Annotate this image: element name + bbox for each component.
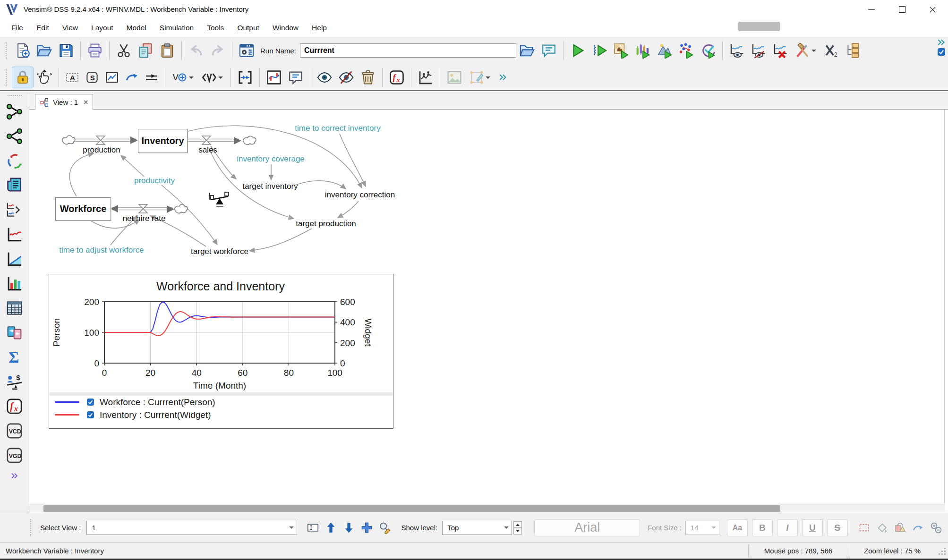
- shadow-merge-button[interactable]: [234, 67, 256, 88]
- sidebar-equation-button[interactable]: fx: [1, 394, 28, 418]
- show-level-combo[interactable]: Top: [442, 521, 512, 535]
- run-game-button[interactable]: [610, 40, 632, 61]
- move-view-up-button[interactable]: [322, 519, 340, 537]
- label-target-inventory[interactable]: target inventory: [242, 182, 298, 191]
- run-name-input[interactable]: [300, 43, 516, 58]
- copy-button[interactable]: [135, 40, 156, 61]
- variable-tool-button[interactable]: A: [62, 68, 82, 87]
- io-object-button[interactable]: [263, 67, 285, 88]
- delete-graphs-button[interactable]: [769, 40, 791, 61]
- run-notes-button[interactable]: [538, 40, 560, 61]
- sketch-canvas[interactable]: Inventory Workforce production sales net…: [29, 110, 945, 503]
- bond-balance-button[interactable]: $: [1, 369, 28, 394]
- rate-tool-button[interactable]: [142, 68, 162, 87]
- bar-graph-button[interactable]: [1, 271, 28, 296]
- paste-button[interactable]: [156, 40, 178, 61]
- menu-output[interactable]: Output: [231, 24, 266, 32]
- lock-tool-button[interactable]: [12, 67, 34, 88]
- graph-button[interactable]: [1, 222, 28, 246]
- optimize-button[interactable]: [654, 40, 675, 61]
- merge-variable-button[interactable]: V: [169, 67, 198, 88]
- legend-checkbox[interactable]: [86, 410, 95, 419]
- link-target-inventory-correction[interactable]: [295, 181, 346, 189]
- workforce-inventory-chart[interactable]: Workforce and Inventory020406080100Time …: [49, 274, 393, 429]
- loops-button[interactable]: [1, 148, 28, 173]
- runs-compare-button[interactable]: [1, 320, 28, 345]
- link-time-to-correct-inventory-correction[interactable]: [340, 134, 366, 187]
- simulation-setup-button[interactable]: [236, 40, 257, 61]
- menu-simulation[interactable]: Simulation: [153, 24, 200, 32]
- table-button[interactable]: [1, 296, 28, 320]
- causes-strip-button[interactable]: [1, 197, 28, 222]
- zoom-buttons[interactable]: [927, 519, 945, 537]
- x2-button[interactable]: 2: [820, 40, 842, 61]
- comment-button[interactable]: [285, 67, 307, 88]
- link-correction-target-production[interactable]: [338, 201, 359, 218]
- menu-tools[interactable]: Tools: [200, 24, 231, 32]
- label-inventory-correction[interactable]: inventory correction: [325, 190, 395, 200]
- label-production[interactable]: production: [83, 145, 120, 155]
- box-variable-button[interactable]: [102, 68, 122, 87]
- statistics-button[interactable]: Σ: [1, 345, 28, 369]
- new-model-button[interactable]: [12, 40, 34, 61]
- tools-menu-button[interactable]: [791, 40, 820, 61]
- shadow-variable-button[interactable]: S: [82, 68, 102, 87]
- arrow-tool-button[interactable]: [122, 68, 142, 87]
- maximize-button[interactable]: [887, 0, 917, 19]
- document-button[interactable]: [1, 173, 28, 197]
- valve-sales[interactable]: [202, 136, 211, 144]
- valve-production[interactable]: [96, 136, 105, 144]
- stock-inventory[interactable]: Inventory: [138, 129, 188, 153]
- spin-up-button[interactable]: [513, 521, 522, 528]
- payoff-button[interactable]: [675, 40, 697, 61]
- uses-tree-button[interactable]: [1, 124, 28, 148]
- cumulative-graph-button[interactable]: [1, 246, 28, 271]
- label-sales[interactable]: sales: [198, 145, 217, 155]
- stock-workforce[interactable]: Workforce: [55, 197, 111, 221]
- label-net-hire-rate[interactable]: net hire rate: [123, 214, 166, 223]
- menu-file[interactable]: File: [5, 24, 30, 32]
- minimize-button[interactable]: [856, 0, 887, 19]
- add-view-button[interactable]: [358, 519, 376, 537]
- tab-close-icon[interactable]: ×: [84, 98, 88, 107]
- menu-help[interactable]: Help: [305, 24, 333, 32]
- flow-pipe-production[interactable]: [74, 139, 136, 142]
- valve-net-hire-rate[interactable]: [139, 204, 147, 213]
- label-target-production[interactable]: target production: [296, 219, 356, 229]
- rename-view-button[interactable]: [304, 519, 322, 537]
- equation-editor-button[interactable]: fx: [386, 67, 408, 88]
- menu-view[interactable]: View: [56, 24, 85, 32]
- hide-button[interactable]: [335, 67, 357, 88]
- menu-model[interactable]: Model: [120, 24, 153, 32]
- move-view-down-button[interactable]: [340, 519, 358, 537]
- label-productivity[interactable]: productivity: [134, 176, 175, 186]
- link-workforce-production[interactable]: [69, 153, 94, 196]
- toolbar-check-icon[interactable]: [936, 47, 947, 57]
- reality-check-button[interactable]: [697, 40, 719, 61]
- label-target-workforce[interactable]: target workforce: [191, 247, 248, 256]
- label-inventory-coverage[interactable]: inventory coverage: [237, 154, 305, 164]
- legend-checkbox[interactable]: [86, 398, 95, 407]
- flow-pipe-sales[interactable]: [187, 139, 239, 142]
- menu-edit[interactable]: Edit: [30, 24, 56, 32]
- hide-graphs-button[interactable]: [748, 40, 769, 61]
- vgd-button[interactable]: VGD: [1, 443, 28, 467]
- link-productivity-production[interactable]: [121, 155, 144, 177]
- menu-layout[interactable]: Layout: [85, 24, 120, 32]
- label-time-to-adjust-workforce[interactable]: time to adjust workforce: [59, 246, 144, 255]
- model-tree-button[interactable]: [842, 40, 864, 61]
- angle-variable-button[interactable]: [198, 67, 227, 88]
- open-model-button[interactable]: [34, 40, 55, 61]
- vcd-button[interactable]: VCD: [1, 418, 28, 443]
- delete-button[interactable]: [357, 67, 379, 88]
- behavior-graph-button[interactable]: [415, 67, 436, 88]
- load-run-button[interactable]: [516, 40, 538, 61]
- simulate-setup-button[interactable]: [589, 40, 610, 61]
- link-target-production-target-workforce[interactable]: [249, 229, 312, 251]
- toolbar-overflow-icon[interactable]: [936, 38, 947, 47]
- sidebar-overflow-button[interactable]: [1, 467, 28, 484]
- label-time-to-correct-inventory[interactable]: time to correct inventory: [295, 124, 380, 133]
- edit-view-button[interactable]: [376, 519, 393, 537]
- simulate-button[interactable]: [567, 40, 589, 61]
- scrollbar-thumb[interactable]: [43, 505, 780, 512]
